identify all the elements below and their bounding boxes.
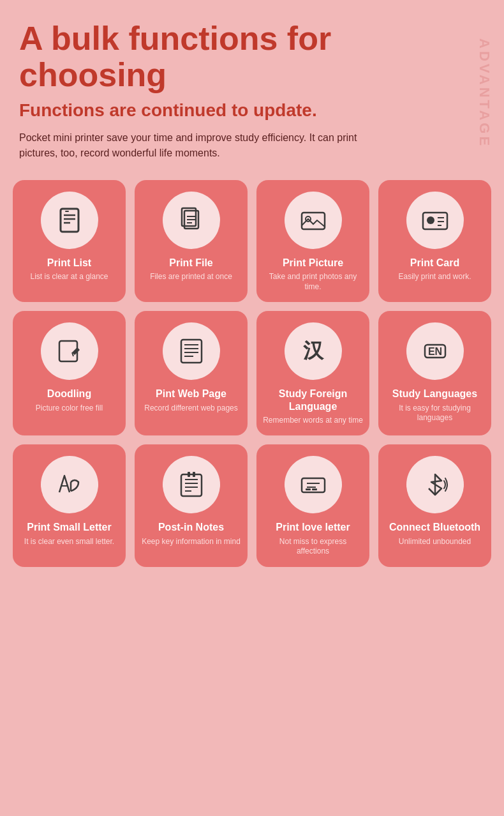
study-languages-icon: EN (420, 336, 450, 366)
post-in-notes-icon-circle (163, 456, 220, 513)
print-list-title: Print List (47, 257, 91, 269)
card-print-picture: Print Picture Take and print photos any … (256, 180, 369, 302)
connect-bluetooth-title: Connect Bluetooth (389, 521, 480, 533)
post-in-notes-desc: Keep key information in mind (142, 537, 241, 547)
grid-row-1: Print List List is clear at a glance Pri… (13, 180, 491, 302)
svg-rect-33 (188, 472, 190, 477)
card-pint-web-page: Pint Web Page Record different web pages (135, 311, 248, 435)
study-foreign-language-title: Study Foreign Language (263, 388, 363, 412)
print-file-icon-circle (163, 192, 220, 249)
card-connect-bluetooth: Connect Bluetooth Unlimited unbounded (378, 444, 491, 566)
bluetooth-icon (420, 469, 450, 500)
main-title: A bulk functions for choosing (19, 20, 485, 93)
card-print-list: Print List List is clear at a glance (13, 180, 126, 302)
print-picture-icon-circle (285, 192, 342, 249)
print-picture-desc: Take and print photos any time. (263, 272, 363, 292)
print-file-desc: Files are printed at once (150, 272, 232, 282)
card-print-card: Print Card Easily print and work. (378, 180, 491, 302)
print-list-icon-circle (41, 192, 98, 249)
print-file-icon (176, 205, 207, 236)
svg-rect-9 (302, 213, 325, 229)
print-small-letter-title: Print Small Letter (27, 521, 111, 533)
study-languages-desc: It is easy for studying languages (385, 404, 485, 423)
card-print-love-letter: Print love letter Not miss to express af… (256, 444, 369, 566)
doodling-icon-circle (41, 322, 98, 380)
grid-row-2: Doodling Picture color free fill Pint We… (13, 311, 491, 435)
advantage-label: ADVANTAGE (476, 38, 493, 148)
bluetooth-icon-circle (406, 456, 464, 513)
header-section: A bulk functions for choosing Functions … (0, 0, 504, 174)
card-print-file: Print File Files are printed at once (135, 180, 248, 302)
pint-web-page-title: Pint Web Page (156, 388, 226, 400)
print-card-icon-circle (406, 192, 464, 249)
card-post-in-notes: Post-in Notes Keep key information in mi… (135, 444, 248, 566)
print-card-icon (420, 205, 450, 236)
svg-rect-39 (312, 488, 317, 490)
svg-text:EN: EN (427, 346, 441, 357)
web-page-icon-circle (163, 322, 220, 380)
grid-row-3: Print Small Letter It is clear even smal… (13, 444, 491, 566)
study-languages-title: Study Languages (392, 388, 477, 400)
print-list-desc: List is clear at a glance (30, 272, 108, 282)
foreign-language-icon: 汉 (298, 336, 329, 366)
grid-section: Print List List is clear at a glance Pri… (0, 174, 504, 589)
svg-rect-18 (181, 340, 202, 363)
small-letter-icon-circle (41, 456, 98, 513)
description: Pocket mini printer save your time and i… (19, 130, 389, 161)
svg-rect-38 (306, 488, 311, 490)
svg-rect-0 (61, 209, 78, 232)
svg-point-12 (427, 216, 434, 224)
doodling-title: Doodling (47, 388, 91, 400)
doodling-desc: Picture color free fill (36, 404, 103, 414)
love-letter-icon-circle (285, 456, 342, 513)
pint-web-page-desc: Record different web pages (144, 404, 238, 414)
card-print-small-letter: Print Small Letter It is clear even smal… (13, 444, 126, 566)
card-study-foreign-language: 汉 Study Foreign Language Remember words … (256, 311, 369, 435)
print-picture-title: Print Picture (283, 257, 343, 269)
small-letter-icon (54, 469, 85, 500)
foreign-language-icon-circle: 汉 (285, 322, 342, 380)
print-card-title: Print Card (410, 257, 459, 269)
svg-rect-34 (193, 472, 195, 477)
doodling-icon (54, 336, 85, 366)
web-page-icon (176, 336, 207, 366)
subtitle: Functions are continued to update. (19, 100, 485, 121)
print-love-letter-title: Print love letter (276, 521, 350, 533)
connect-bluetooth-desc: Unlimited unbounded (399, 537, 471, 547)
post-in-notes-title: Post-in Notes (158, 521, 224, 533)
study-foreign-language-desc: Remember words at any time (263, 416, 363, 426)
print-card-desc: Easily print and work. (398, 272, 471, 282)
svg-text:汉: 汉 (303, 339, 325, 362)
print-picture-icon (298, 205, 329, 236)
study-languages-icon-circle: EN (406, 322, 464, 380)
card-doodling: Doodling Picture color free fill (13, 311, 126, 435)
print-file-title: Print File (169, 257, 212, 269)
post-in-notes-icon (176, 469, 207, 500)
svg-rect-28 (181, 474, 202, 496)
print-list-icon (54, 205, 85, 236)
print-love-letter-desc: Not miss to express affections (263, 537, 363, 557)
card-study-languages: EN Study Languages It is easy for studyi… (378, 311, 491, 435)
love-letter-icon (298, 469, 329, 500)
print-small-letter-desc: It is clear even small letter. (24, 537, 114, 547)
